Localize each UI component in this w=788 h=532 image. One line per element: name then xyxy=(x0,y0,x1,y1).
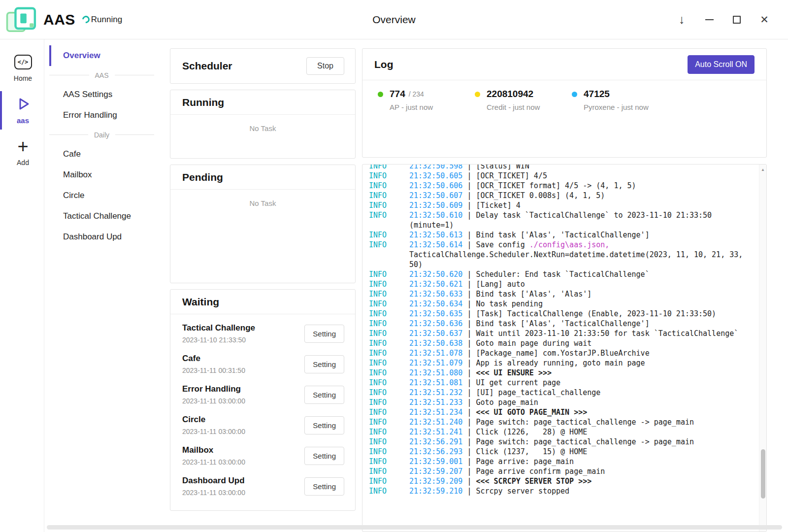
log-level: INFO xyxy=(369,486,409,496)
setting-button[interactable]: Setting xyxy=(304,477,344,496)
minimize-button[interactable] xyxy=(701,12,717,28)
close-button[interactable]: ✕ xyxy=(756,12,772,28)
setting-button[interactable]: Setting xyxy=(304,447,344,465)
log-timestamp: 21:32:50.606 xyxy=(409,181,462,190)
setting-button[interactable]: Setting xyxy=(304,325,344,343)
sidebar-item-circle[interactable]: Circle xyxy=(49,185,163,206)
sidebar-item-tactical-challenge[interactable]: Tactical Challenge xyxy=(49,206,163,227)
log-card-header: Log Auto Scroll ON xyxy=(362,49,766,80)
sidebar-item-error-handling[interactable]: Error Handling xyxy=(49,105,163,126)
log-message: Click (1237, 15) @ HOME xyxy=(476,447,587,456)
log-line: INFO21:32:50.634 | No task pending xyxy=(369,299,755,309)
log-timestamp: 21:32:59.207 xyxy=(409,467,462,476)
sidebar-item-overview[interactable]: Overview xyxy=(49,45,163,66)
log-column: Log Auto Scroll ON 774/ 234AP - just now… xyxy=(362,48,767,532)
scroll-up-icon[interactable]: ▲ xyxy=(759,166,766,173)
rail-item-home[interactable]: </>Home xyxy=(0,49,44,87)
stat-top: 220810942 xyxy=(475,89,572,100)
task-next-run: 2023-11-11 00:31:50 xyxy=(182,366,245,374)
rail-item-aas[interactable]: aas xyxy=(0,91,44,130)
running-card-header: Running xyxy=(170,90,355,115)
stat-ap: 774/ 234AP - just now xyxy=(378,89,475,111)
log-line: INFO21:32:51.080 | <<< UI ENSURE >>> xyxy=(369,368,755,378)
horizontal-scrollbar[interactable] xyxy=(47,525,782,530)
task-info: Cafe2023-11-11 00:31:50 xyxy=(182,354,245,374)
log-level: INFO xyxy=(369,269,409,279)
log-message: [Task] TacticalChallenge (Enable, 2023-1… xyxy=(476,309,716,318)
log-timestamp: 21:32:51.079 xyxy=(409,359,462,367)
rail-item-add[interactable]: +Add xyxy=(0,133,44,171)
log-message: Goto main page during wait xyxy=(476,339,591,348)
log-line: INFO21:32:59.207 | Page arrive confirm p… xyxy=(369,466,755,476)
log-timestamp: 21:32:51.241 xyxy=(409,428,462,436)
log-message: [OCR_TICKET] 4/5 xyxy=(476,171,547,180)
app-brand: AAS Running xyxy=(0,5,122,34)
download-icon: ↓ xyxy=(679,12,685,27)
waiting-card-header: Waiting xyxy=(170,290,355,314)
download-button[interactable]: ↓ xyxy=(674,12,690,28)
log-level: INFO xyxy=(369,437,409,447)
log-level: INFO xyxy=(369,200,409,210)
log-message: Save config xyxy=(476,240,529,249)
log-level: INFO xyxy=(369,427,409,437)
sidebar-item-mailbox[interactable]: Mailbox xyxy=(49,165,163,185)
log-line: INFO21:32:50.613 | Bind task ['Alas', 'T… xyxy=(369,230,755,240)
log-timestamp: 21:32:50.638 xyxy=(409,339,462,348)
maximize-button[interactable] xyxy=(729,12,745,28)
waiting-task-circle: Circle2023-11-11 03:00:00Setting xyxy=(182,410,344,440)
status-dot-icon xyxy=(378,92,383,97)
stat-label: AP - just now xyxy=(390,103,475,111)
task-info: Dashboard Upd2023-11-11 03:00:00 xyxy=(182,476,245,497)
task-name: Tactical Challenge xyxy=(182,323,255,333)
maximize-icon xyxy=(733,16,741,24)
log-level: INFO xyxy=(369,230,409,240)
stat-top: 774/ 234 xyxy=(378,89,475,100)
log-level: INFO xyxy=(369,447,409,457)
app-window: AAS Running Overview ↓ ✕ </>Homeaas+Add … xyxy=(0,0,788,532)
log-timestamp: 21:32:50.633 xyxy=(409,290,462,299)
setting-button[interactable]: Setting xyxy=(304,386,344,404)
stat-label: Credit - just now xyxy=(487,103,572,111)
stat-top: 47125 xyxy=(572,89,669,100)
log-level: INFO xyxy=(369,457,409,466)
log-line: INFO21:32:50.620 | Scheduler: End task `… xyxy=(369,269,755,279)
log-timestamp: 21:32:51.080 xyxy=(409,368,462,377)
app-logo xyxy=(5,5,38,34)
setting-button[interactable]: Setting xyxy=(304,416,344,434)
log-timestamp: 21:32:51.232 xyxy=(409,388,462,397)
log-timestamp: 21:32:51.078 xyxy=(409,349,462,358)
log-timestamp: 21:32:59.210 xyxy=(409,487,462,496)
log-timestamp: 21:32:50.620 xyxy=(409,270,462,279)
log-timestamp: 21:32:50.635 xyxy=(409,309,462,318)
sidebar-item-dashboard-upd[interactable]: Dashboard Upd xyxy=(49,227,163,247)
log-message: Page arrive confirm page_main xyxy=(476,467,605,476)
stop-button[interactable]: Stop xyxy=(306,57,344,75)
pending-empty-text: No Task xyxy=(170,190,355,207)
auto-scroll-button[interactable]: Auto Scroll ON xyxy=(688,55,755,74)
log-message: [OCR_TICKET 0.008s] (4, 1, 5) xyxy=(476,191,605,200)
minimize-icon xyxy=(705,19,714,20)
log-level: INFO xyxy=(369,417,409,427)
dashboard-stats: 774/ 234AP - just now220810942Credit - j… xyxy=(362,80,766,111)
log-scrollbar[interactable]: ▲ ▼ xyxy=(759,165,766,532)
horizontal-scrollbar-thumb[interactable] xyxy=(47,525,782,530)
scheduler-column: Scheduler Stop Running No Task Pending N… xyxy=(170,48,356,532)
setting-button[interactable]: Setting xyxy=(304,355,344,373)
log-scrollbar-thumb[interactable] xyxy=(761,449,765,499)
task-next-run: 2023-11-11 03:00:00 xyxy=(182,428,245,435)
scheduler-card: Scheduler Stop xyxy=(170,48,356,84)
log-output: INFO21:32:50.598 | [Status] WININFO21:32… xyxy=(362,164,766,500)
waiting-title: Waiting xyxy=(182,296,219,308)
sidebar-item-cafe[interactable]: Cafe xyxy=(49,144,163,165)
sidebar-item-aas-settings[interactable]: AAS Settings xyxy=(49,84,163,105)
task-name: Dashboard Upd xyxy=(182,476,245,486)
task-info: Error Handling2023-11-11 03:00:00 xyxy=(182,384,245,405)
close-icon: ✕ xyxy=(760,14,769,26)
task-info: Mailbox2023-11-11 03:00:00 xyxy=(182,445,245,466)
log-message: <<< SCRCPY SERVER STOP >>> xyxy=(476,477,591,486)
rail-item-label: aas xyxy=(17,116,29,125)
log-message: Goto page_main xyxy=(476,398,538,407)
log-level: INFO xyxy=(369,279,409,289)
log-message: Bind task ['Alas', 'TacticalChallenge'] xyxy=(476,319,649,328)
log-message: [Lang] auto xyxy=(476,280,525,289)
